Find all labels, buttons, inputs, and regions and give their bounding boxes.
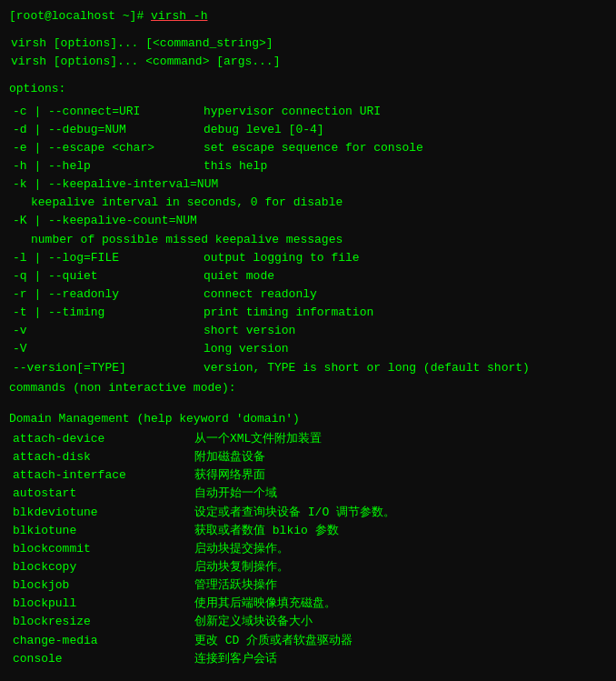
terminal-window: [root@localhost ~]# virsh -h virsh [opti… — [9, 7, 607, 668]
option-flag: -r | --readonly — [13, 285, 204, 304]
option-row: -vshort version — [9, 322, 607, 340]
domain-cmd-row: console连接到客户会话 — [9, 650, 607, 668]
cmd-desc: 从一个XML文件附加装置 — [194, 430, 322, 448]
option-desc: version, TYPE is short or long (default … — [204, 359, 530, 377]
option-desc: debug level [0-4] — [204, 121, 324, 139]
option-desc: set escape sequence for console — [204, 139, 423, 157]
option-row: -h | --helpthis help — [9, 157, 607, 175]
cmd-name: blkiotune — [13, 522, 194, 540]
domain-cmd-row: blockjob管理活跃块操作 — [9, 576, 607, 595]
option-desc: short version — [204, 322, 295, 340]
cmd-name: blockresize — [13, 613, 194, 631]
domain-commands-block: attach-device从一个XML文件附加装置 attach-disk附加磁… — [9, 430, 607, 668]
cmd-name: attach-interface — [13, 466, 194, 485]
option-desc: quiet mode — [204, 267, 274, 285]
domain-cmd-row: blkdeviotune设定或者查询块设备 I/O 调节参数。 — [9, 504, 607, 522]
option-row: -d | --debug=NUMdebug level [0-4] — [9, 121, 607, 139]
option-row: -l | --log=FILEoutput logging to file — [9, 249, 607, 267]
option-flag: -c | --connect=URI — [13, 103, 204, 121]
cmd-name: blockcopy — [13, 558, 194, 576]
option-row: -k | --keepalive-interval=NUM — [9, 175, 607, 194]
option-row: -q | --quietquiet mode — [9, 267, 607, 285]
option-indent-row: keepalive interval in seconds, 0 for dis… — [9, 194, 607, 212]
cmd-name: blockjob — [13, 576, 194, 595]
domain-cmd-row: blkiotune获取或者数值 blkio 参数 — [9, 522, 607, 540]
usage-line-2: virsh [options]... <command> [args...] — [9, 53, 607, 71]
option-flag: -v — [13, 322, 204, 340]
commands-line: commands (non interactive mode): — [9, 379, 607, 397]
cmd-desc: 连接到客户会话 — [194, 650, 277, 668]
option-row: -Vlong version — [9, 340, 607, 358]
cmd-desc: 自动开始一个域 — [194, 485, 277, 503]
option-row: -c | --connect=URIhypervisor connection … — [9, 103, 607, 121]
cmd-desc: 附加磁盘设备 — [194, 448, 265, 466]
option-desc: connect readonly — [204, 285, 317, 304]
option-indent-row: number of possible missed keepalive mess… — [9, 231, 607, 249]
cmd-desc: 使用其后端映像填充磁盘。 — [194, 595, 336, 613]
option-flag: -l | --log=FILE — [13, 249, 204, 267]
cmd-desc: 创新定义域块设备大小 — [194, 613, 313, 631]
option-flag: -q | --quiet — [13, 267, 204, 285]
option-desc: long version — [204, 340, 289, 358]
domain-cmd-row: blockresize创新定义域块设备大小 — [9, 613, 607, 631]
cmd-desc: 更改 CD 介质或者软盘驱动器 — [194, 632, 353, 650]
option-desc: output logging to file — [204, 249, 360, 267]
option-flag: -k | --keepalive-interval=NUM — [13, 175, 218, 194]
options-block: -c | --connect=URIhypervisor connection … — [9, 103, 607, 377]
cmd-desc: 管理活跃块操作 — [194, 576, 277, 595]
cmd-desc: 启动块复制操作。 — [194, 558, 289, 576]
cmd-desc: 启动块提交操作。 — [194, 540, 289, 558]
cmd-desc: 设定或者查询块设备 I/O 调节参数。 — [194, 504, 395, 522]
cmd-name: blockpull — [13, 595, 194, 613]
prompt-text: [root@localhost ~]# — [9, 9, 151, 23]
option-flag: -V — [13, 340, 204, 358]
usage-line-1: virsh [options]... [<command_string>] — [9, 35, 607, 53]
domain-cmd-row: blockpull使用其后端映像填充磁盘。 — [9, 595, 607, 613]
option-flag: -e | --escape <char> — [13, 139, 204, 157]
option-flag: --version[=TYPE] — [13, 359, 204, 377]
option-desc: hypervisor connection URI — [204, 103, 381, 121]
domain-section: Domain Management (help keyword 'domain'… — [9, 410, 607, 668]
option-row: -e | --escape <char>set escape sequence … — [9, 139, 607, 157]
cmd-name: blockcommit — [13, 540, 194, 558]
domain-cmd-row: attach-device从一个XML文件附加装置 — [9, 430, 607, 448]
domain-cmd-row: autostart自动开始一个域 — [9, 485, 607, 503]
option-desc: this help — [204, 157, 267, 175]
cmd-name: attach-disk — [13, 448, 194, 466]
prompt-line: [root@localhost ~]# virsh -h — [9, 7, 607, 25]
cmd-name: console — [13, 650, 194, 668]
option-flag: -h | --help — [13, 157, 204, 175]
cmd-desc: 获得网络界面 — [194, 466, 265, 485]
option-flag: -K | --keepalive-count=NUM — [13, 212, 204, 230]
blank-spacer-3 — [9, 397, 607, 403]
domain-cmd-row: attach-disk附加磁盘设备 — [9, 448, 607, 466]
options-header: options: — [9, 80, 607, 98]
cmd-name: autostart — [13, 485, 194, 503]
option-row: --version[=TYPE]version, TYPE is short o… — [9, 359, 607, 377]
domain-cmd-row: blockcopy启动块复制操作。 — [9, 558, 607, 576]
option-row: -t | --timingprint timing information — [9, 304, 607, 322]
command-text: virsh -h — [151, 9, 207, 23]
domain-header: Domain Management (help keyword 'domain'… — [9, 410, 607, 428]
blank-spacer-2 — [9, 71, 607, 76]
option-flag: -d | --debug=NUM — [13, 121, 204, 139]
cmd-desc: 获取或者数值 blkio 参数 — [194, 522, 339, 540]
domain-cmd-row: blockcommit启动块提交操作。 — [9, 540, 607, 558]
option-row: -K | --keepalive-count=NUM — [9, 212, 607, 230]
domain-cmd-row: attach-interface获得网络界面 — [9, 466, 607, 485]
cmd-name: change-media — [13, 632, 194, 650]
option-flag: -t | --timing — [13, 304, 204, 322]
option-desc: print timing information — [204, 304, 373, 322]
cmd-name: blkdeviotune — [13, 504, 194, 522]
option-row: -r | --readonlyconnect readonly — [9, 285, 607, 304]
domain-cmd-row: change-media更改 CD 介质或者软盘驱动器 — [9, 632, 607, 650]
cmd-name: attach-device — [13, 430, 194, 448]
